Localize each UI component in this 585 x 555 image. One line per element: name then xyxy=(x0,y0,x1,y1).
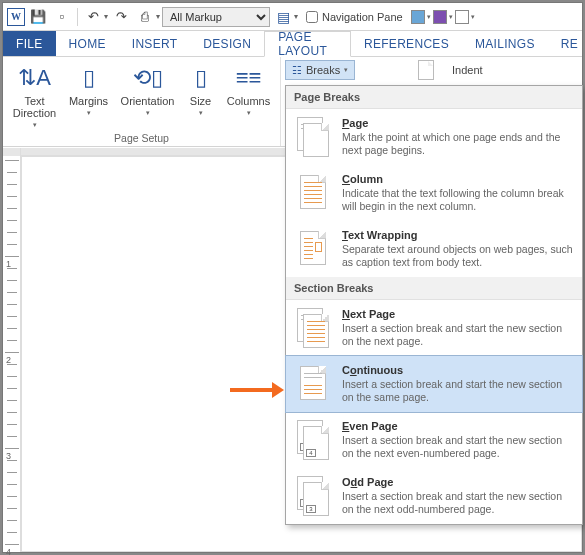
break-title: Continuous xyxy=(342,364,574,376)
page-break-icon xyxy=(296,117,330,155)
orientation-label: Orientation xyxy=(121,95,175,107)
text-direction-label: Text Direction xyxy=(9,95,61,119)
group-label-page-setup: Page Setup xyxy=(9,130,274,146)
chevron-down-icon: ▾ xyxy=(33,121,37,129)
tab-page-layout[interactable]: PAGE LAYOUT xyxy=(264,31,351,57)
orientation-icon: ⟲▯ xyxy=(133,63,163,93)
size-label: Size xyxy=(190,95,211,107)
break-desc: Mark the point at which one page ends an… xyxy=(342,131,574,157)
tab-references[interactable]: REFERENCES xyxy=(351,31,462,56)
tab-insert[interactable]: INSERT xyxy=(119,31,191,56)
breaks-button[interactable]: ☷ Breaks ▾ xyxy=(285,60,355,80)
chevron-down-icon: ▾ xyxy=(247,109,251,117)
orientation-button[interactable]: ⟲▯ Orientation ▾ xyxy=(117,61,179,130)
text-direction-icon: ⇅A xyxy=(20,63,50,93)
break-title: Text Wrapping xyxy=(342,229,574,241)
ribbon-tabs: FILE HOME INSERT DESIGN PAGE LAYOUT REFE… xyxy=(3,31,582,57)
group-page-setup: ⇅A Text Direction ▾ ▯ Margins ▾ ⟲▯ Orien… xyxy=(3,57,281,146)
break-desc: Separate text around objects on web page… xyxy=(342,243,574,269)
margins-button[interactable]: ▯ Margins ▾ xyxy=(63,61,115,130)
breaks-icon: ☷ xyxy=(292,64,302,77)
reviewing-pane-button[interactable]: ▤ xyxy=(272,6,294,28)
text-wrapping-icon xyxy=(296,229,330,267)
word-app-icon xyxy=(7,8,25,26)
break-option-column[interactable]: Column Indicate that the text following … xyxy=(286,165,582,221)
reviewing-dropdown-icon[interactable]: ▾ xyxy=(294,12,298,21)
chevron-down-icon: ▾ xyxy=(199,109,203,117)
break-title: Column xyxy=(342,173,574,185)
undo-button[interactable]: ↶ xyxy=(82,6,104,28)
column-break-icon xyxy=(296,173,330,211)
color-swatch-1[interactable] xyxy=(411,10,425,24)
break-option-even-page[interactable]: 24 Even Page Insert a section break and … xyxy=(286,412,582,468)
chevron-down-icon: ▾ xyxy=(87,109,91,117)
color-swatch-3[interactable] xyxy=(455,10,469,24)
margins-label: Margins xyxy=(69,95,108,107)
text-direction-button[interactable]: ⇅A Text Direction ▾ xyxy=(9,61,61,130)
chevron-down-icon[interactable]: ▾ xyxy=(471,13,475,21)
color-swatch-2[interactable] xyxy=(433,10,447,24)
break-option-text-wrapping[interactable]: Text Wrapping Separate text around objec… xyxy=(286,221,582,277)
margins-icon: ▯ xyxy=(74,63,104,93)
tab-file[interactable]: FILE xyxy=(3,31,56,56)
redo-button[interactable]: ↷ xyxy=(110,6,132,28)
break-option-continuous[interactable]: Continuous Insert a section break and st… xyxy=(285,355,583,413)
break-option-next-page[interactable]: Next Page Insert a section break and sta… xyxy=(286,300,582,356)
save-button[interactable]: 💾 xyxy=(27,6,49,28)
breaks-dropdown: Page Breaks Page Mark the point at which… xyxy=(285,85,583,525)
navigation-pane-toggle[interactable]: Navigation Pane xyxy=(306,11,403,23)
break-title: Page xyxy=(342,117,574,129)
break-title: Next Page xyxy=(342,308,574,320)
preview-dropdown-icon[interactable]: ▾ xyxy=(156,12,160,21)
break-title: Odd Page xyxy=(342,476,574,488)
even-page-icon: 24 xyxy=(296,420,330,458)
markup-select[interactable]: All Markup xyxy=(162,7,270,27)
columns-icon: ≡≡ xyxy=(234,63,264,93)
print-preview-button[interactable]: ⎙ xyxy=(134,6,156,28)
size-button[interactable]: ▯ Size ▾ xyxy=(181,61,221,130)
dropdown-header-page-breaks: Page Breaks xyxy=(286,86,582,109)
watermark-icon[interactable] xyxy=(418,60,434,80)
break-desc: Insert a section break and start the new… xyxy=(342,434,574,460)
break-desc: Insert a section break and start the new… xyxy=(342,378,574,404)
undo-dropdown-icon[interactable]: ▾ xyxy=(104,12,108,21)
chevron-down-icon[interactable]: ▾ xyxy=(427,13,431,21)
continuous-icon xyxy=(296,364,330,402)
navigation-pane-checkbox[interactable] xyxy=(306,11,318,23)
tab-home[interactable]: HOME xyxy=(56,31,119,56)
tab-mailings[interactable]: MAILINGS xyxy=(462,31,548,56)
chevron-down-icon: ▾ xyxy=(146,109,150,117)
break-option-page[interactable]: Page Mark the point at which one page en… xyxy=(286,109,582,165)
vertical-ruler[interactable]: 1234 xyxy=(3,148,21,552)
annotation-arrow xyxy=(230,388,272,392)
ruler-number: 4 xyxy=(6,547,11,555)
chevron-down-icon[interactable]: ▾ xyxy=(449,13,453,21)
columns-label: Columns xyxy=(227,95,270,107)
columns-button[interactable]: ≡≡ Columns ▾ xyxy=(223,61,275,130)
size-icon: ▯ xyxy=(186,63,216,93)
navigation-pane-label: Navigation Pane xyxy=(322,11,403,23)
break-option-odd-page[interactable]: 13 Odd Page Insert a section break and s… xyxy=(286,468,582,524)
tab-review-partial[interactable]: RE xyxy=(548,31,582,56)
chevron-down-icon: ▾ xyxy=(344,66,348,74)
divider xyxy=(77,8,78,26)
break-desc: Insert a section break and start the new… xyxy=(342,322,574,348)
indent-label: Indent xyxy=(452,64,483,76)
breaks-label: Breaks xyxy=(306,64,340,76)
quick-access-toolbar: 💾 ▫ ↶ ▾ ↷ ⎙ ▾ All Markup ▤ ▾ Navigation … xyxy=(3,3,582,31)
odd-page-icon: 13 xyxy=(296,476,330,514)
dropdown-header-section-breaks: Section Breaks xyxy=(286,277,582,300)
break-title: Even Page xyxy=(342,420,574,432)
break-desc: Insert a section break and start the new… xyxy=(342,490,574,516)
indent-area: Indent xyxy=(418,60,483,80)
new-button[interactable]: ▫ xyxy=(51,6,73,28)
break-desc: Indicate that the text following the col… xyxy=(342,187,574,213)
next-page-icon xyxy=(296,308,330,346)
tab-design[interactable]: DESIGN xyxy=(190,31,264,56)
app-window: 💾 ▫ ↶ ▾ ↷ ⎙ ▾ All Markup ▤ ▾ Navigation … xyxy=(2,2,583,553)
